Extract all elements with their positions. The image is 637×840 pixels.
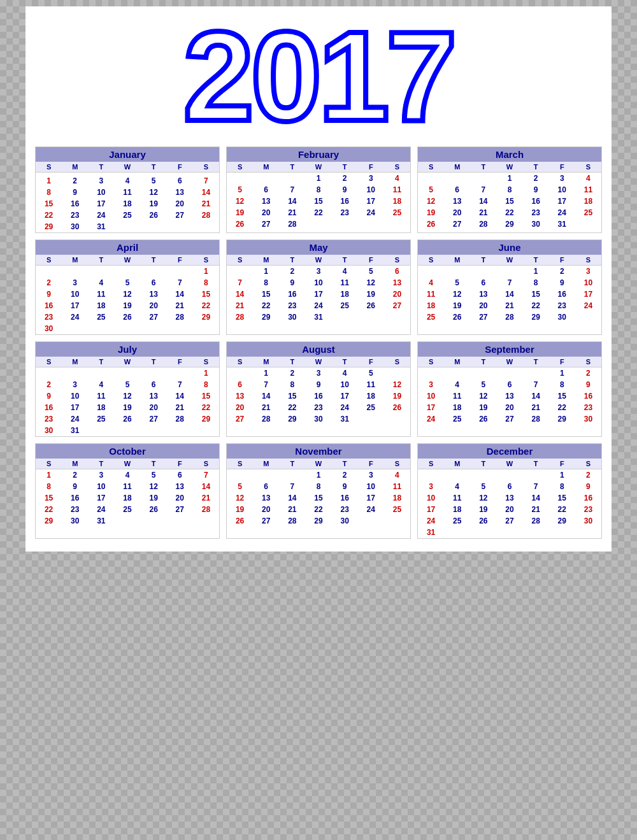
day-cell [470,469,496,481]
month-name-july: July [36,342,219,357]
day-cell: 19 [358,288,384,300]
day-cell: 18 [444,402,470,413]
day-cell: 10 [549,184,575,196]
day-cell [384,218,410,230]
day-cell [549,323,575,325]
day-cell: 26 [444,311,470,323]
day-cell: 17 [418,504,444,515]
day-cell: 5 [418,184,444,196]
day-cell: 22 [36,210,62,221]
day-cell: 8 [36,481,62,492]
day-cell: 28 [279,515,305,527]
weekday-header: F [549,255,575,266]
day-cell: 21 [470,207,496,218]
day-cell [418,230,444,232]
day-cell [332,323,358,325]
day-cell: 24 [358,207,384,218]
day-cell: 27 [444,218,470,230]
day-cell: 9 [575,481,601,492]
day-cell: 20 [167,492,193,504]
day-cell: 2 [575,367,601,380]
day-cell [549,230,575,232]
month-block-december: DecemberSMTWTFS1234567891011121314151617… [417,443,602,539]
day-cell: 11 [384,184,410,196]
day-cell: 29 [253,311,279,323]
day-cell: 28 [523,413,549,425]
day-cell: 26 [141,504,167,515]
day-cell: 11 [384,481,410,492]
months-grid: JanuarySMTWTFS12345678910111213141516171… [35,146,602,539]
day-cell [470,230,496,232]
day-cell [88,527,114,529]
day-cell: 27 [470,311,496,323]
day-cell: 4 [88,277,114,288]
day-cell: 23 [575,402,601,413]
month-table-february: SMTWTFS123456789101112131415161718192021… [227,162,410,232]
day-cell: 11 [88,288,114,300]
day-cell: 29 [193,413,219,425]
day-cell: 25 [88,413,114,425]
day-cell [141,527,167,529]
day-cell: 26 [114,311,140,323]
day-cell: 12 [384,379,410,390]
day-cell: 5 [227,481,253,492]
day-cell: 14 [523,390,549,402]
day-cell: 21 [496,300,522,311]
weekday-header: F [167,357,193,367]
day-cell: 9 [523,184,549,196]
day-cell: 19 [114,402,140,413]
day-cell: 23 [279,300,305,311]
weekday-header: M [253,357,279,367]
weekday-header: T [332,162,358,173]
weekday-header: W [305,162,331,173]
day-cell [167,266,193,278]
day-cell: 4 [114,175,140,187]
month-block-february: FebruarySMTWTFS1234567891011121314151617… [226,146,411,233]
day-cell [227,323,253,325]
day-cell: 4 [444,379,470,390]
day-cell: 6 [141,277,167,288]
day-cell [575,425,601,427]
month-name-january: January [36,147,219,162]
day-cell [279,425,305,427]
day-cell: 22 [193,402,219,413]
weekday-header: T [88,357,114,367]
day-cell: 10 [418,390,444,402]
day-cell: 6 [496,379,522,390]
day-cell [141,221,167,232]
day-cell: 21 [279,207,305,218]
day-cell: 8 [305,481,331,492]
day-cell: 13 [496,492,522,504]
day-cell: 1 [36,175,62,187]
day-cell [470,173,496,185]
day-cell: 18 [88,300,114,311]
day-cell [384,230,410,232]
day-cell: 28 [253,413,279,425]
day-cell: 14 [279,196,305,207]
day-cell: 16 [332,196,358,207]
day-cell: 9 [36,390,62,402]
day-cell: 23 [549,300,575,311]
day-cell [88,425,114,436]
month-name-august: August [227,342,410,357]
day-cell: 17 [62,300,88,311]
day-cell: 16 [575,492,601,504]
day-cell: 12 [470,492,496,504]
day-cell: 7 [167,277,193,288]
day-cell [141,323,167,334]
day-cell: 3 [549,173,575,185]
day-cell: 17 [88,198,114,210]
day-cell [167,367,193,380]
day-cell: 9 [332,481,358,492]
day-cell: 19 [384,390,410,402]
day-cell: 24 [62,413,88,425]
weekday-header: S [193,357,219,367]
day-cell: 10 [88,187,114,198]
day-cell [62,323,88,334]
day-cell: 15 [193,288,219,300]
day-cell: 6 [167,175,193,187]
day-cell: 31 [88,515,114,527]
weekday-header: W [114,357,140,367]
weekday-header: T [279,357,305,367]
day-cell [167,527,193,529]
